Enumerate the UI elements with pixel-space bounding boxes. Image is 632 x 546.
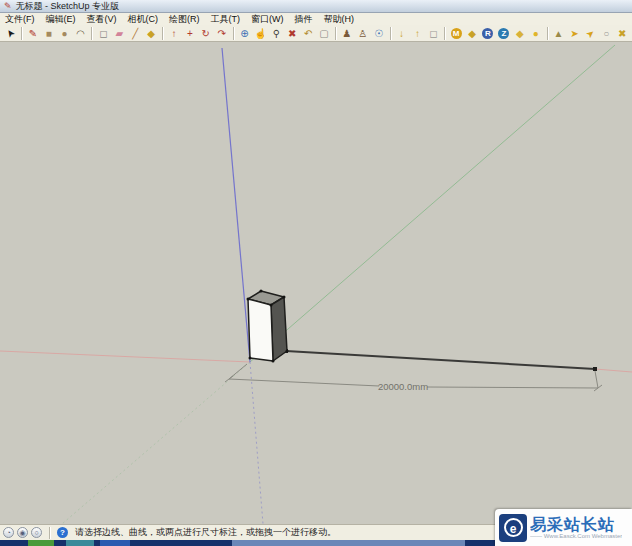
rectangle-tool-icon: ■ xyxy=(46,26,52,41)
edge-endpoint-right[interactable] xyxy=(593,367,597,371)
taskbar-start-blob[interactable] xyxy=(28,540,54,546)
status-circle-2[interactable]: ◉ xyxy=(17,527,28,538)
box-front-face[interactable] xyxy=(248,299,273,361)
menu-item-tools[interactable]: 工具(T) xyxy=(211,13,241,25)
make-component-tool-icon: ◻ xyxy=(99,26,107,41)
toolbar-separator xyxy=(21,27,22,40)
gold-tag2-button-icon: ◆ xyxy=(516,26,524,41)
zoom-tool[interactable]: ⚲ xyxy=(268,26,284,41)
watermark: e 易采站长站 —— Www.Easck.Com Webmaster xyxy=(495,509,632,546)
zoom-extents-tool-icon: ✖ xyxy=(288,26,296,41)
pointer1-button[interactable]: ➤ xyxy=(567,26,583,41)
toolbar-separator xyxy=(335,27,336,40)
box-geometry[interactable] xyxy=(248,291,287,361)
menu-item-plugins[interactable]: 插件 xyxy=(295,13,313,25)
next-view-button[interactable]: ▢ xyxy=(316,26,332,41)
title-bar[interactable]: ✎ 无标题 - SketchUp 专业版 xyxy=(0,0,632,13)
next-view-button-icon: ▢ xyxy=(319,26,328,41)
drawing-canvas[interactable]: 20000.0mm xyxy=(0,42,632,524)
pan-tool[interactable]: ☝ xyxy=(252,26,268,41)
select-tool-icon: ➤ xyxy=(1,25,18,40)
close-x-button-icon: ✖ xyxy=(618,26,626,41)
zoom-extents-tool[interactable]: ✖ xyxy=(284,26,300,41)
red-axis-line-right[interactable] xyxy=(595,369,632,372)
watermark-title: 易采站长站 xyxy=(530,516,622,533)
follow-me-tool[interactable]: ↷ xyxy=(214,26,230,41)
sphere-button[interactable]: ● xyxy=(528,26,544,41)
push-pull-tool[interactable]: ↑ xyxy=(166,26,182,41)
arc-tool-icon: ◠ xyxy=(76,26,85,41)
previous-view-button[interactable]: ↶ xyxy=(300,26,316,41)
menu-item-view[interactable]: 查看(V) xyxy=(87,13,117,25)
green-axis-dashed-line[interactable] xyxy=(62,362,250,524)
tree-button-icon: ▲ xyxy=(554,26,564,41)
gold-tag-button[interactable]: ◆ xyxy=(464,26,480,41)
model-scene: 20000.0mm xyxy=(0,42,632,524)
help-icon[interactable]: ? xyxy=(57,527,68,538)
watermark-subtitle: —— Www.Easck.Com Webmaster xyxy=(530,533,622,540)
walk-tool[interactable]: ♙ xyxy=(355,26,371,41)
blue-axis-line[interactable] xyxy=(222,48,250,362)
menu-item-draw[interactable]: 绘图(R) xyxy=(169,13,200,25)
taskbar-app-blob[interactable] xyxy=(100,540,130,546)
blue-axis-dashed-line[interactable] xyxy=(250,362,263,524)
eraser-tool-icon: ▰ xyxy=(115,26,123,41)
plugin-badge-r-icon: R xyxy=(482,28,493,39)
status-hint-text: 请选择边线、曲线，或两点进行尺寸标注，或拖拽一个进行移动。 xyxy=(75,526,336,539)
component-box-button-icon: ◻ xyxy=(429,26,437,41)
line-tool-icon: ✎ xyxy=(29,26,37,41)
window-title: 无标题 - SketchUp 专业版 xyxy=(16,0,120,13)
circle-tool[interactable]: ● xyxy=(57,26,73,41)
gold-tag2-button[interactable]: ◆ xyxy=(512,26,528,41)
tree-button[interactable]: ▲ xyxy=(551,26,567,41)
arc-tool[interactable]: ◠ xyxy=(73,26,89,41)
close-x-button[interactable]: ✖ xyxy=(614,26,630,41)
plugin-badge-z-icon: Z xyxy=(498,28,509,39)
menu-item-camera[interactable]: 相机(C) xyxy=(128,13,159,25)
get-models-button[interactable]: ↓ xyxy=(394,26,410,41)
eraser-tool[interactable]: ▰ xyxy=(111,26,127,41)
position-camera-tool[interactable]: ♟ xyxy=(339,26,355,41)
pointer2-button[interactable]: ➤ xyxy=(582,26,598,41)
easck-logo-icon: e xyxy=(499,514,527,542)
plugin-badge-m[interactable]: M xyxy=(448,26,464,41)
ring-button[interactable]: ○ xyxy=(598,26,614,41)
select-tool[interactable]: ➤ xyxy=(2,26,18,41)
plugin-badge-z[interactable]: Z xyxy=(496,26,512,41)
toolbar: ➤✎■●◠◻▰╱◆↑+↻↷⊕☝⚲✖↶▢♟♙☉↓↑◻M◆RZ◆●▲➤➤○✖ xyxy=(0,25,632,42)
orbit-tool-icon: ⊕ xyxy=(240,26,248,41)
tape-measure-tool[interactable]: ╱ xyxy=(127,26,143,41)
red-axis-line-left[interactable] xyxy=(0,351,250,362)
status-circle-1[interactable]: ◔ xyxy=(3,527,14,538)
rotate-tool[interactable]: ↻ xyxy=(198,26,214,41)
measured-edge[interactable] xyxy=(286,351,595,369)
plugin-badge-r[interactable]: R xyxy=(480,26,496,41)
move-tool[interactable]: + xyxy=(182,26,198,41)
taskbar-window-blob[interactable] xyxy=(232,540,465,546)
menu-item-file[interactable]: 文件(F) xyxy=(5,13,35,25)
share-model-button[interactable]: ↑ xyxy=(409,26,425,41)
menu-item-help[interactable]: 帮助(H) xyxy=(324,13,355,25)
dimension-label: 20000.0mm xyxy=(378,381,428,392)
status-separator xyxy=(49,527,50,539)
line-tool[interactable]: ✎ xyxy=(25,26,41,41)
taskbar-app-blob[interactable] xyxy=(66,540,94,546)
toolbar-separator xyxy=(91,27,92,40)
status-circle-3[interactable]: ○ xyxy=(31,527,42,538)
tape-measure-tool-icon: ╱ xyxy=(132,26,138,41)
rectangle-tool[interactable]: ■ xyxy=(41,26,57,41)
green-axis-line[interactable] xyxy=(250,45,615,362)
orbit-tool[interactable]: ⊕ xyxy=(237,26,253,41)
pan-tool-icon: ☝ xyxy=(254,26,266,41)
menu-item-window[interactable]: 窗口(W) xyxy=(251,13,284,25)
component-box-button[interactable]: ◻ xyxy=(425,26,441,41)
menu-item-edit[interactable]: 编辑(E) xyxy=(46,13,76,25)
paint-bucket-tool[interactable]: ◆ xyxy=(143,26,159,41)
pointer1-button-icon: ➤ xyxy=(570,26,578,41)
dimension-extension-right xyxy=(595,371,598,388)
follow-me-tool-icon: ↷ xyxy=(217,26,225,41)
google-earth-button[interactable]: ☉ xyxy=(371,26,387,41)
walk-tool-icon: ♙ xyxy=(358,26,367,41)
make-component-tool[interactable]: ◻ xyxy=(95,26,111,41)
toolbar-separator xyxy=(233,27,234,40)
